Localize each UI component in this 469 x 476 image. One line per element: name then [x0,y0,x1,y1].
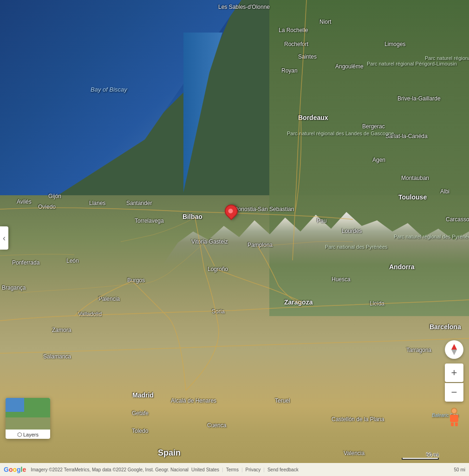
zoom-out-button[interactable]: − [445,383,463,402]
svg-rect-3 [6,412,50,417]
send-feedback-link[interactable]: Send feedback [267,467,299,472]
google-logo: Google [4,466,26,473]
compass-south [451,350,457,355]
compass-north [451,344,457,350]
compass-inner [449,344,460,355]
pegman-button[interactable] [445,406,463,425]
divider-2: | [241,467,243,472]
pegman-leg-right [455,423,458,426]
zoom-in-button[interactable]: + [445,364,463,382]
svg-rect-1 [6,398,24,412]
location-pin[interactable] [225,205,238,221]
layers-icon: ⬡ [17,431,22,438]
bottom-bar: Google Imagery ©2022 TerraMetrics, Map d… [0,463,469,476]
pegman-body [450,415,458,422]
scale-display: 50 mi [454,467,465,472]
layers-text: Layers [23,432,39,437]
imagery-attribution: Imagery ©2022 TerraMetrics, Map data ©20… [31,467,189,472]
map-container[interactable]: Bay of Biscay Balearic Sea Les Sables-d'… [0,0,469,476]
pin-head [222,202,241,220]
privacy-link[interactable]: Privacy [246,467,261,472]
layers-preview-svg [6,398,50,430]
map-background [0,0,469,476]
terms-link[interactable]: Terms [226,467,239,472]
divider-3: | [263,467,265,472]
zoom-controls: + − [445,340,463,402]
layers-thumbnail [6,398,50,430]
pegman-legs [449,423,459,426]
compass-button[interactable] [445,340,463,359]
scale-line [402,458,439,460]
france-terrain [269,0,469,316]
pegman-head [451,408,457,414]
pegman-leg-left [451,423,454,426]
pegman-figure [449,408,459,423]
divider-1: | [222,467,223,472]
united-states-link[interactable]: United States [191,467,219,472]
scale-bar: 50 mi [402,452,439,460]
scale-text: 50 mi [402,452,439,457]
sidebar-collapse-button[interactable] [0,226,8,250]
layers-label: ⬡ Layers [17,430,39,439]
layers-button[interactable]: ⬡ Layers [6,398,50,439]
